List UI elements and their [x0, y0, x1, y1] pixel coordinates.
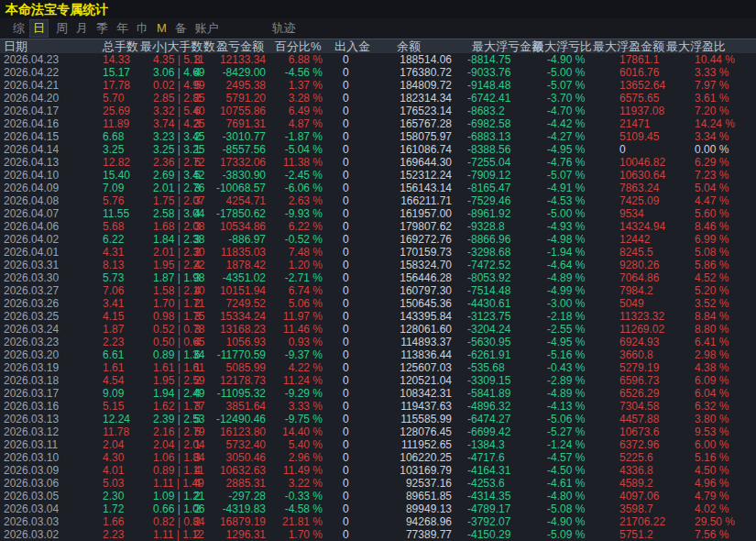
cell-max-float-profit: 10046.82	[606, 156, 681, 169]
menu-tab-11[interactable]: 轨迹	[272, 20, 296, 37]
table-row[interactable]: 2026.04.0711.552.58 | 3.044-17850.62-9.9…	[0, 207, 756, 220]
cell-pnl-amount: 7691.31	[209, 117, 266, 130]
cell-cash-flow: 0	[323, 323, 356, 336]
table-row[interactable]: 2026.04.085.761.75 | 2.0734254.712.63 %0…	[0, 194, 756, 207]
table-row[interactable]: 2026.04.2215.173.06 | 4.694-8429.00-4.56…	[0, 66, 756, 79]
cell-max-float-profit-pct: 6.32 %	[681, 400, 756, 413]
cell-balance: 165767.28	[356, 117, 452, 130]
table-row[interactable]: 2026.03.184.541.95 | 2.59212178.7311.24 …	[0, 374, 756, 387]
column-header[interactable]: 最大浮盈比	[666, 40, 726, 53]
table-row[interactable]: 2026.03.263.411.70 | 1.7127249.525.06 %0…	[0, 297, 756, 310]
table-row[interactable]: 2026.04.026.221.84 | 2.383-886.97-0.52 %…	[0, 233, 756, 246]
cell-date: 2026.03.02	[0, 528, 95, 541]
cell-max-float-profit-pct: 5.60 %	[681, 207, 756, 220]
table-row[interactable]: 2026.04.1611.893.74 | 4.2537691.314.87 %…	[0, 117, 756, 130]
cell-balance: 188514.06	[356, 53, 452, 66]
table-row[interactable]: 2026.03.065.031.11 | 1.4942885.313.22 %0…	[0, 477, 756, 490]
menu-tab-8[interactable]: M	[157, 20, 167, 37]
cell-max-float-loss: -4717.6	[452, 451, 532, 464]
cell-max-float-loss-pct: -4.95 %	[532, 336, 606, 348]
cell-max-float-profit-pct: 8.84 %	[681, 310, 756, 323]
cell-min-max-lots: 2.69 | 3.42	[148, 169, 194, 182]
table-row[interactable]: 2026.04.156.683.23 | 3.452-3010.77-1.87 …	[0, 130, 756, 143]
table-row[interactable]: 2026.03.1312.242.39 | 2.535-12490.46-9.7…	[0, 413, 756, 425]
table-row[interactable]: 2026.03.232.230.50 | 0.6541056.930.93 %0…	[0, 336, 756, 348]
table-row[interactable]: 2026.03.179.091.94 | 2.494-11095.32-9.29…	[0, 387, 756, 400]
table-row[interactable]: 2026.04.143.253.25 | 3.251-8557.56-5.04 …	[0, 143, 756, 156]
cell-balance: 94268.96	[356, 515, 452, 528]
table-row[interactable]: 2026.03.206.610.89 | 1.346-11770.59-9.37…	[0, 348, 756, 361]
menu-tab-7[interactable]: 巾	[137, 20, 148, 37]
cell-max-float-loss: -3792.07	[452, 515, 532, 528]
column-header[interactable]: 最小|大手数	[140, 40, 203, 53]
cell-cash-flow: 0	[323, 207, 356, 220]
table-row[interactable]: 2026.03.254.150.98 | 1.75315334.2411.97 …	[0, 310, 756, 323]
table-row[interactable]: 2026.04.2117.780.02 | 4.9952495.381.37 %…	[0, 79, 756, 92]
cell-max-float-loss: -9033.76	[452, 66, 532, 79]
cell-max-float-loss-pct: -3.00 %	[532, 297, 606, 310]
cell-pnl-amount: -10068.57	[209, 182, 266, 194]
cell-max-float-profit-pct: 6.29 %	[681, 156, 756, 169]
table-row[interactable]: 2026.03.112.042.04 | 2.0415732.405.40 %0…	[0, 438, 756, 451]
cell-trade-count: 6	[194, 348, 209, 361]
table-row[interactable]: 2026.04.014.312.01 | 2.30211835.037.48 %…	[0, 246, 756, 259]
column-header[interactable]: 最大浮盈金额	[593, 40, 664, 53]
cell-total-lots: 5.15	[95, 400, 148, 413]
cell-trade-count: 2	[194, 246, 209, 259]
cell-max-float-loss-pct: -4.89 %	[532, 387, 606, 400]
column-header[interactable]: 日期	[4, 40, 27, 53]
cell-min-max-lots: 2.36 | 2.72	[148, 156, 194, 169]
column-header[interactable]: 出入金	[334, 40, 370, 53]
table-row[interactable]: 2026.03.165.151.62 | 1.7733851.643.33 %0…	[0, 400, 756, 413]
menu-tab-5[interactable]: 季	[96, 20, 108, 37]
column-header[interactable]: 数	[203, 40, 215, 53]
table-row[interactable]: 2026.03.104.301.06 | 1.8433050.462.96 %0…	[0, 451, 756, 464]
cell-cash-flow: 0	[323, 246, 356, 259]
cell-pnl-percent: 3.28 %	[266, 92, 323, 105]
menu-tab-1[interactable]: 综	[13, 20, 25, 37]
cell-pnl-percent: 6.22 %	[266, 220, 323, 233]
table-row[interactable]: 2026.03.241.870.52 | 0.78313168.2311.46 …	[0, 323, 756, 336]
cell-min-max-lots: 4.35 | 5.11	[148, 53, 194, 66]
cell-trade-count: 1	[194, 438, 209, 451]
column-header[interactable]: 余额	[397, 40, 421, 53]
column-header[interactable]: 最大浮亏比	[532, 40, 592, 53]
cell-max-float-profit: 11323.32	[606, 310, 681, 323]
cell-min-max-lots: 0.52 | 0.78	[148, 323, 194, 336]
cell-max-float-loss-pct: -4.76 %	[532, 156, 606, 169]
cell-cash-flow: 0	[323, 169, 356, 182]
menu-tab-2[interactable]: 日	[30, 20, 48, 37]
menu-tab-9[interactable]: 备	[175, 20, 187, 37]
table-row[interactable]: 2026.03.1211.782.16 | 2.79516123.8014.40…	[0, 425, 756, 438]
table-row[interactable]: 2026.04.1725.693.32 | 5.40610755.866.49 …	[0, 105, 756, 117]
table-row[interactable]: 2026.03.305.731.87 | 1.983-4351.02-2.71 …	[0, 271, 756, 284]
menu-tab-4[interactable]: 月	[76, 20, 88, 37]
table-row[interactable]: 2026.04.065.681.68 | 2.08310534.866.22 %…	[0, 220, 756, 233]
table-row[interactable]: 2026.03.191.611.61 | 1.6115085.994.22 %0…	[0, 361, 756, 374]
table-row[interactable]: 2026.03.052.301.09 | 1.212-297.28-0.33 %…	[0, 490, 756, 502]
column-header[interactable]: 百分比%	[275, 40, 322, 53]
cell-pnl-amount: -17850.62	[209, 207, 266, 220]
cell-trade-count: 1	[194, 143, 209, 156]
cell-date: 2026.03.19	[0, 361, 95, 374]
table-row[interactable]: 2026.03.041.720.66 | 1.062-4319.83-4.58 …	[0, 502, 756, 515]
table-row[interactable]: 2026.03.318.131.95 | 2.2241878.421.20 %0…	[0, 259, 756, 271]
table-row[interactable]: 2026.04.205.702.85 | 2.8525791.203.28 %0…	[0, 92, 756, 105]
table-row[interactable]: 2026.03.094.010.89 | 1.11410632.6311.49 …	[0, 464, 756, 477]
menu-tab-6[interactable]: 年	[116, 20, 128, 37]
table-row[interactable]: 2026.03.022.231.11 | 1.1221296.311.70 %0…	[0, 528, 756, 541]
menu-tab-10[interactable]: 账户	[195, 20, 219, 37]
cell-pnl-amount: -4319.83	[209, 502, 266, 515]
table-row[interactable]: 2026.04.2314.334.35 | 5.11312133.346.88 …	[0, 53, 756, 66]
table-row[interactable]: 2026.04.097.092.01 | 2.763-10068.57-6.06…	[0, 182, 756, 194]
cell-pnl-percent: 14.40 %	[266, 425, 323, 438]
table-row[interactable]: 2026.03.277.061.58 | 2.10410151.946.74 %…	[0, 284, 756, 297]
cell-total-lots: 15.40	[95, 169, 148, 182]
table-row[interactable]: 2026.04.1312.822.36 | 2.72517332.0611.38…	[0, 156, 756, 169]
menu-tab-3[interactable]: 周	[56, 20, 68, 37]
column-header[interactable]: 总手数	[103, 40, 138, 53]
table-row[interactable]: 2026.03.031.660.82 | 0.84216879.1921.81 …	[0, 515, 756, 528]
table-row[interactable]: 2026.04.1015.402.69 | 3.425-3830.90-2.45…	[0, 169, 756, 182]
cell-date: 2026.04.06	[0, 220, 95, 233]
column-header[interactable]: 盈亏金额	[216, 40, 264, 53]
